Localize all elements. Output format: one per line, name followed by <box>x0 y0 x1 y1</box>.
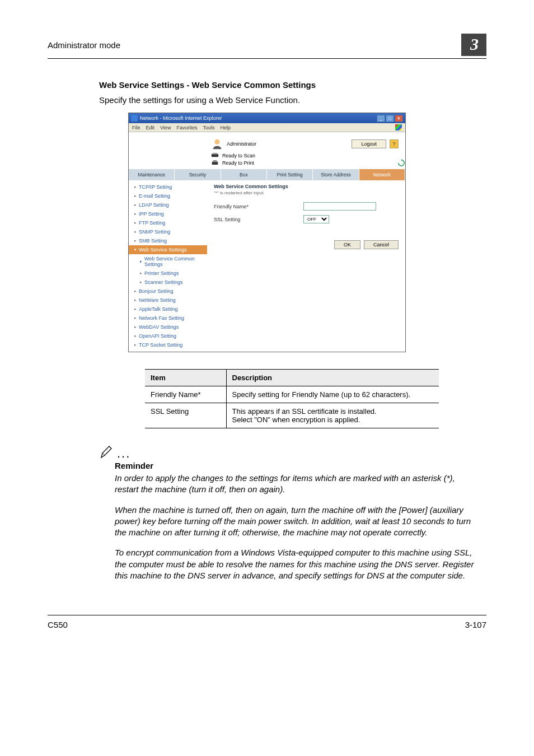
windows-flag-icon <box>395 124 402 130</box>
nav-email[interactable]: E-mail Setting <box>129 192 207 200</box>
nav-ldap[interactable]: LDAP Setting <box>129 200 207 209</box>
svg-line-5 <box>102 453 105 455</box>
status-scan: Ready to Scan <box>222 153 255 158</box>
ssl-label: SSL Setting <box>214 217 281 222</box>
nav-appletalk[interactable]: AppleTalk Setting <box>129 305 207 314</box>
cancel-button[interactable]: Cancel <box>364 240 399 249</box>
section-title: Web Service Settings - Web Service Commo… <box>99 80 486 90</box>
nav-web-service[interactable]: Web Service Settings <box>129 245 207 254</box>
menu-favorites[interactable]: Favorites <box>176 125 197 130</box>
footer-right: 3-107 <box>465 620 486 629</box>
svg-rect-4 <box>213 160 217 162</box>
reminder-para2: When the machine is turned off, then on … <box>115 505 481 539</box>
minimize-button[interactable]: _ <box>377 115 385 122</box>
nav-snmp[interactable]: SNMP Setting <box>129 227 207 236</box>
friendly-name-input[interactable] <box>303 202 376 211</box>
nav-sub-scanner[interactable]: Scanner Settings <box>129 278 207 287</box>
refresh-icon[interactable] <box>397 159 405 167</box>
ok-button[interactable]: OK <box>334 240 360 249</box>
section-intro: Specify the settings for using a Web Ser… <box>99 95 486 105</box>
nav-tcpip[interactable]: TCP/IP Setting <box>129 183 207 192</box>
status-print: Ready to Print <box>222 160 254 166</box>
reminder-icon: ... <box>99 445 486 460</box>
tab-box[interactable]: Box <box>221 169 267 180</box>
help-icon[interactable]: ? <box>390 139 399 148</box>
tab-security[interactable]: Security <box>175 169 221 180</box>
printer-icon <box>211 160 219 166</box>
tab-print-setting[interactable]: Print Setting <box>267 169 313 180</box>
close-button[interactable]: ✕ <box>395 115 403 122</box>
td-item: SSL Setting <box>145 403 226 428</box>
scanner-icon <box>211 152 219 158</box>
content-pane: Web Service Common Settings "*" is resta… <box>207 180 405 352</box>
svg-point-0 <box>214 139 219 144</box>
footer-left: C550 <box>48 620 68 629</box>
nav-webdav[interactable]: WebDAV Settings <box>129 323 207 332</box>
menubar: File Edit View Favorites Tools Help <box>129 123 405 132</box>
content-note: "*" is restarted after input. <box>214 190 399 195</box>
td-desc: This appears if an SSL certificate is in… <box>226 403 439 428</box>
td-item: Friendly Name* <box>145 386 226 403</box>
reminder-para1: In order to apply the changes to the set… <box>115 473 481 496</box>
menu-tools[interactable]: Tools <box>203 125 214 130</box>
th-item: Item <box>145 370 226 386</box>
content-heading: Web Service Common Settings <box>214 184 399 189</box>
window-title: Network - Microsoft Internet Explorer <box>140 115 222 121</box>
nav-tcpsocket[interactable]: TCP Socket Setting <box>129 340 207 349</box>
ie-icon <box>131 115 138 122</box>
nav-ipp[interactable]: IPP Setting <box>129 209 207 218</box>
td-desc: Specify setting for Friendly Name (up to… <box>226 386 439 403</box>
logout-button[interactable]: Logout <box>352 139 386 148</box>
nav-smb[interactable]: SMB Setting <box>129 236 207 245</box>
nav-sub-common[interactable]: Web Service Common Settings <box>129 254 207 269</box>
page-header: Administrator mode 3 <box>48 34 486 59</box>
reminder-dots: ... <box>117 446 130 461</box>
browser-window: Network - Microsoft Internet Explorer _ … <box>128 113 406 352</box>
menu-help[interactable]: Help <box>220 125 231 130</box>
chapter-number: 3 <box>461 34 486 56</box>
table-row: SSL Setting This appears if an SSL certi… <box>145 403 439 428</box>
pen-icon <box>99 445 114 460</box>
nav-bonjour[interactable]: Bonjour Setting <box>129 287 207 296</box>
page-footer: C550 3-107 <box>48 615 486 629</box>
tab-strip: Maintenance Security Box Print Setting S… <box>129 169 405 180</box>
sidebar: TCP/IP Setting E-mail Setting LDAP Setti… <box>129 180 207 352</box>
header-title: Administrator mode <box>48 40 120 50</box>
tab-store-address[interactable]: Store Address <box>313 169 359 180</box>
admin-label: Administrator <box>227 141 256 147</box>
reminder-para3: To encrypt communication from a Windows … <box>115 547 481 581</box>
menu-file[interactable]: File <box>132 125 140 130</box>
titlebar: Network - Microsoft Internet Explorer _ … <box>129 113 405 123</box>
ssl-select[interactable]: OFF <box>303 215 329 223</box>
nav-networkfax[interactable]: Network Fax Setting <box>129 314 207 323</box>
tab-maintenance[interactable]: Maintenance <box>129 169 175 180</box>
nav-netware[interactable]: NetWare Setting <box>129 296 207 305</box>
nav-openapi[interactable]: OpenAPI Setting <box>129 332 207 340</box>
th-desc: Description <box>226 370 439 386</box>
tab-network[interactable]: Network <box>359 169 405 180</box>
admin-indicator: Administrator <box>211 138 256 150</box>
admin-icon <box>211 138 223 150</box>
menu-view[interactable]: View <box>160 125 171 130</box>
maximize-button[interactable]: □ <box>386 115 394 122</box>
nav-ftp[interactable]: FTP Setting <box>129 218 207 227</box>
reminder-label: Reminder <box>115 461 486 470</box>
svg-rect-2 <box>213 153 218 155</box>
table-row: Friendly Name* Specify setting for Frien… <box>145 386 439 403</box>
description-table: Item Description Friendly Name* Specify … <box>145 369 439 428</box>
friendly-name-label: Friendly Name* <box>214 204 281 209</box>
nav-sub-printer[interactable]: Printer Settings <box>129 269 207 278</box>
menu-edit[interactable]: Edit <box>146 125 155 130</box>
